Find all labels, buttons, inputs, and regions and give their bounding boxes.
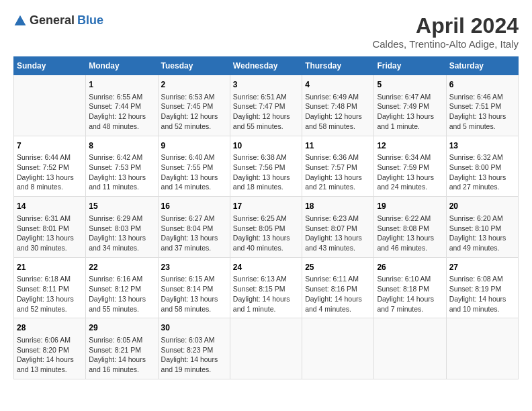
week-row-5: 28Sunrise: 6:06 AMSunset: 8:20 PMDayligh…	[14, 318, 519, 379]
day-info: Sunrise: 6:51 AMSunset: 7:47 PMDaylight:…	[233, 92, 299, 132]
cell-5-3: 30Sunrise: 6:03 AMSunset: 8:23 PMDayligh…	[158, 318, 230, 379]
cell-2-7: 13Sunrise: 6:32 AMSunset: 8:00 PMDayligh…	[446, 136, 518, 197]
logo-blue: Blue	[77, 13, 103, 28]
day-number: 27	[449, 262, 515, 273]
cell-5-2: 29Sunrise: 6:05 AMSunset: 8:21 PMDayligh…	[86, 318, 158, 379]
day-info: Sunrise: 6:31 AMSunset: 8:01 PMDaylight:…	[17, 214, 83, 253]
day-info: Sunrise: 6:10 AMSunset: 8:18 PMDaylight:…	[377, 274, 443, 314]
cell-5-6	[374, 318, 446, 379]
day-number: 3	[233, 79, 299, 91]
day-info: Sunrise: 6:36 AMSunset: 7:57 PMDaylight:…	[305, 152, 371, 192]
day-info: Sunrise: 6:47 AMSunset: 7:49 PMDaylight:…	[377, 92, 443, 132]
day-number: 12	[377, 140, 443, 152]
day-info: Sunrise: 6:11 AMSunset: 8:16 PMDaylight:…	[305, 274, 371, 314]
day-number: 15	[89, 201, 154, 212]
day-info: Sunrise: 6:15 AMSunset: 8:14 PMDaylight:…	[161, 274, 227, 314]
header-cell-friday: Friday	[374, 57, 446, 75]
day-info: Sunrise: 6:55 AMSunset: 7:44 PMDaylight:…	[89, 92, 154, 132]
day-number: 9	[161, 140, 227, 152]
day-info: Sunrise: 6:22 AMSunset: 8:08 PMDaylight:…	[377, 214, 443, 253]
day-number: 4	[305, 79, 371, 91]
cell-3-5: 18Sunrise: 6:23 AMSunset: 8:07 PMDayligh…	[302, 197, 374, 258]
cell-4-1: 21Sunrise: 6:18 AMSunset: 8:11 PMDayligh…	[14, 257, 86, 318]
day-info: Sunrise: 6:53 AMSunset: 7:45 PMDaylight:…	[161, 92, 227, 132]
cell-1-1	[14, 75, 86, 136]
header-row: SundayMondayTuesdayWednesdayThursdayFrid…	[14, 57, 519, 75]
header-cell-monday: Monday	[86, 57, 158, 75]
cell-2-6: 12Sunrise: 6:34 AMSunset: 7:59 PMDayligh…	[374, 136, 446, 197]
day-number: 7	[17, 140, 83, 152]
day-info: Sunrise: 6:20 AMSunset: 8:10 PMDaylight:…	[449, 214, 515, 253]
cell-2-5: 11Sunrise: 6:36 AMSunset: 7:57 PMDayligh…	[302, 136, 374, 197]
day-info: Sunrise: 6:08 AMSunset: 8:19 PMDaylight:…	[449, 274, 515, 314]
day-number: 28	[17, 322, 83, 334]
day-info: Sunrise: 6:27 AMSunset: 8:04 PMDaylight:…	[161, 214, 227, 253]
day-number: 25	[305, 262, 371, 273]
week-row-2: 7Sunrise: 6:44 AMSunset: 7:52 PMDaylight…	[14, 136, 519, 197]
subtitle: Caldes, Trentino-Alto Adige, Italy	[372, 38, 519, 50]
day-number: 20	[449, 201, 515, 212]
header: General Blue April 2024 Caldes, Trentino…	[13, 13, 519, 50]
logo: General Blue	[13, 13, 103, 28]
cell-3-1: 14Sunrise: 6:31 AMSunset: 8:01 PMDayligh…	[14, 197, 86, 258]
cell-4-3: 23Sunrise: 6:15 AMSunset: 8:14 PMDayligh…	[158, 257, 230, 318]
cell-5-7	[446, 318, 518, 379]
day-number: 23	[161, 262, 227, 273]
day-number: 2	[161, 79, 227, 91]
week-row-4: 21Sunrise: 6:18 AMSunset: 8:11 PMDayligh…	[14, 257, 519, 318]
day-info: Sunrise: 6:46 AMSunset: 7:51 PMDaylight:…	[449, 92, 515, 132]
day-info: Sunrise: 6:40 AMSunset: 7:55 PMDaylight:…	[161, 152, 227, 192]
day-info: Sunrise: 6:13 AMSunset: 8:15 PMDaylight:…	[233, 274, 299, 314]
cell-5-5	[302, 318, 374, 379]
cell-4-2: 22Sunrise: 6:16 AMSunset: 8:12 PMDayligh…	[86, 257, 158, 318]
cell-4-4: 24Sunrise: 6:13 AMSunset: 8:15 PMDayligh…	[230, 257, 302, 318]
day-info: Sunrise: 6:18 AMSunset: 8:11 PMDaylight:…	[17, 274, 83, 314]
day-number: 21	[17, 262, 83, 273]
day-info: Sunrise: 6:23 AMSunset: 8:07 PMDaylight:…	[305, 214, 371, 253]
cell-1-6: 5Sunrise: 6:47 AMSunset: 7:49 PMDaylight…	[374, 75, 446, 136]
day-info: Sunrise: 6:05 AMSunset: 8:21 PMDaylight:…	[89, 335, 154, 375]
cell-2-1: 7Sunrise: 6:44 AMSunset: 7:52 PMDaylight…	[14, 136, 86, 197]
cell-3-4: 17Sunrise: 6:25 AMSunset: 8:05 PMDayligh…	[230, 197, 302, 258]
day-number: 19	[377, 201, 443, 212]
day-number: 13	[449, 140, 515, 152]
calendar-table: SundayMondayTuesdayWednesdayThursdayFrid…	[13, 56, 519, 379]
day-info: Sunrise: 6:25 AMSunset: 8:05 PMDaylight:…	[233, 214, 299, 253]
cell-3-2: 15Sunrise: 6:29 AMSunset: 8:03 PMDayligh…	[86, 197, 158, 258]
day-number: 5	[377, 79, 443, 91]
day-number: 8	[89, 140, 154, 152]
svg-marker-0	[15, 15, 26, 25]
day-info: Sunrise: 6:03 AMSunset: 8:23 PMDaylight:…	[161, 335, 227, 375]
week-row-1: 1Sunrise: 6:55 AMSunset: 7:44 PMDaylight…	[14, 75, 519, 136]
day-info: Sunrise: 6:16 AMSunset: 8:12 PMDaylight:…	[89, 274, 154, 314]
day-number: 24	[233, 262, 299, 273]
cell-1-7: 6Sunrise: 6:46 AMSunset: 7:51 PMDaylight…	[446, 75, 518, 136]
cell-5-4	[230, 318, 302, 379]
cell-2-3: 9Sunrise: 6:40 AMSunset: 7:55 PMDaylight…	[158, 136, 230, 197]
logo-icon	[13, 14, 27, 28]
day-number: 14	[17, 201, 83, 212]
cell-1-3: 2Sunrise: 6:53 AMSunset: 7:45 PMDaylight…	[158, 75, 230, 136]
cell-4-7: 27Sunrise: 6:08 AMSunset: 8:19 PMDayligh…	[446, 257, 518, 318]
cell-5-1: 28Sunrise: 6:06 AMSunset: 8:20 PMDayligh…	[14, 318, 86, 379]
title-area: April 2024 Caldes, Trentino-Alto Adige, …	[372, 13, 519, 50]
cell-2-4: 10Sunrise: 6:38 AMSunset: 7:56 PMDayligh…	[230, 136, 302, 197]
day-number: 22	[89, 262, 154, 273]
day-info: Sunrise: 6:38 AMSunset: 7:56 PMDaylight:…	[233, 152, 299, 192]
cell-4-5: 25Sunrise: 6:11 AMSunset: 8:16 PMDayligh…	[302, 257, 374, 318]
day-number: 10	[233, 140, 299, 152]
header-cell-tuesday: Tuesday	[158, 57, 230, 75]
day-info: Sunrise: 6:29 AMSunset: 8:03 PMDaylight:…	[89, 214, 154, 253]
logo-general: General	[30, 13, 75, 28]
day-info: Sunrise: 6:42 AMSunset: 7:53 PMDaylight:…	[89, 152, 154, 192]
day-info: Sunrise: 6:32 AMSunset: 8:00 PMDaylight:…	[449, 152, 515, 192]
cell-1-4: 3Sunrise: 6:51 AMSunset: 7:47 PMDaylight…	[230, 75, 302, 136]
week-row-3: 14Sunrise: 6:31 AMSunset: 8:01 PMDayligh…	[14, 197, 519, 258]
cell-3-6: 19Sunrise: 6:22 AMSunset: 8:08 PMDayligh…	[374, 197, 446, 258]
day-number: 18	[305, 201, 371, 212]
day-number: 17	[233, 201, 299, 212]
day-info: Sunrise: 6:06 AMSunset: 8:20 PMDaylight:…	[17, 335, 83, 375]
cell-3-3: 16Sunrise: 6:27 AMSunset: 8:04 PMDayligh…	[158, 197, 230, 258]
day-number: 30	[161, 322, 227, 334]
day-number: 16	[161, 201, 227, 212]
